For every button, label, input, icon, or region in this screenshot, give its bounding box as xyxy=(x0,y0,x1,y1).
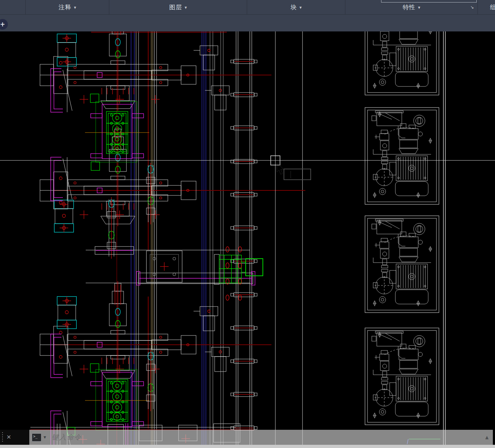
chevron-down-icon[interactable]: ▼ xyxy=(74,6,76,9)
panel-layers-label: 图层 xyxy=(169,3,182,11)
dialog-launcher-icon[interactable]: ↘ xyxy=(470,5,474,10)
file-tab-strip: + xyxy=(0,15,495,31)
command-bar: ✕ >_ ▼ 键入命令 ▲ xyxy=(0,430,495,445)
chevron-down-icon[interactable]: ▼ xyxy=(418,6,420,9)
ribbon-panel-annotation[interactable]: 注释 ▼ xyxy=(26,0,109,14)
dynamic-input-value: c xyxy=(286,171,290,178)
ribbon-panel-group[interactable]: 组 xyxy=(478,0,495,14)
chevron-down-icon[interactable]: ▼ xyxy=(44,435,46,439)
wrench-icon[interactable] xyxy=(14,433,23,442)
command-placeholder: 键入命令 xyxy=(52,433,82,442)
detail-frame-3 xyxy=(365,216,439,313)
dynamic-input[interactable]: c xyxy=(284,169,311,180)
recent-commands-toggle-icon[interactable]: ▲ xyxy=(485,435,489,440)
drawing-canvas[interactable]: (70Lw, 3.7KW, 90LT) xyxy=(0,31,495,448)
panel-group-label: 组 xyxy=(490,3,495,11)
command-bar-controls: ✕ xyxy=(0,430,29,445)
detail-frame-1 xyxy=(365,31,439,95)
ribbon-panel-layers[interactable]: 图层 ▼ xyxy=(109,0,247,14)
ribbon-panel-cut xyxy=(0,0,26,14)
cad-drawing: (70Lw, 3.7KW, 90LT) xyxy=(0,31,495,448)
plus-icon: + xyxy=(0,21,5,28)
chevron-down-icon[interactable]: ▼ xyxy=(185,6,187,9)
panel-properties-label: 特性 xyxy=(402,3,415,11)
ribbon-panel-block[interactable]: 块 ▼ xyxy=(247,0,345,14)
panel-block-label: 块 xyxy=(290,3,297,11)
mid-fixture xyxy=(95,247,263,300)
detail-frame-2 xyxy=(365,108,439,204)
bottom-strip xyxy=(0,445,495,448)
chevron-down-icon[interactable]: ▼ xyxy=(299,6,301,9)
drag-handle-icon[interactable] xyxy=(2,432,3,443)
long-horizontal-lines xyxy=(30,32,305,430)
panel-annotation-label: 注释 xyxy=(59,3,71,11)
ribbon: 注释 ▼ 图层 ▼ 块 ▼ 特性 ▼ ↘ 组 xyxy=(0,0,495,15)
new-drawing-button[interactable]: + xyxy=(0,19,8,30)
machine-stations xyxy=(40,31,229,448)
close-icon[interactable]: ✕ xyxy=(6,434,11,440)
command-prompt-icon[interactable]: >_ xyxy=(32,433,41,442)
detail-frame-4 xyxy=(365,328,439,425)
command-input[interactable]: >_ ▼ 键入命令 ▲ xyxy=(29,430,493,445)
vertical-rail xyxy=(231,59,257,430)
ribbon-combobox-edge xyxy=(381,0,477,3)
autocad-window: 注释 ▼ 图层 ▼ 块 ▼ 特性 ▼ ↘ 组 + xyxy=(0,0,495,448)
detail-frames xyxy=(365,31,439,425)
